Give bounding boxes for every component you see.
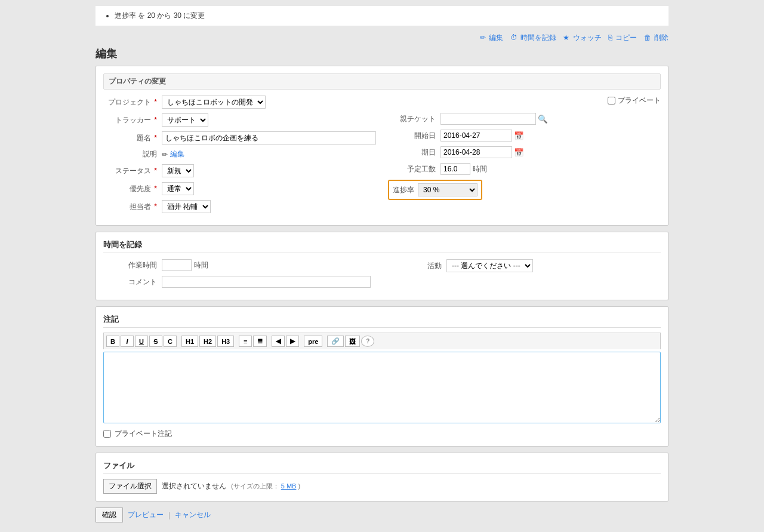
link-button[interactable]: 🔗 <box>327 336 344 347</box>
start-date-calendar-button[interactable]: 📅 <box>514 131 524 140</box>
comment-input[interactable] <box>162 276 371 288</box>
align-left-button[interactable]: ◀ <box>272 336 285 347</box>
align-right-button[interactable]: ▶ <box>286 336 299 347</box>
h1-button[interactable]: H1 <box>181 336 198 347</box>
estimated-hours-input[interactable] <box>440 163 470 175</box>
due-date-input[interactable] <box>440 146 512 158</box>
copy-icon <box>608 33 612 42</box>
notes-textarea[interactable] <box>103 352 661 423</box>
start-date-input[interactable] <box>440 130 512 142</box>
private-label: プライベート <box>618 96 661 106</box>
notes-section-title: 注記 <box>103 314 661 328</box>
private-note-row: プライベート注記 <box>103 429 661 439</box>
work-hours-label: 作業時間 <box>103 260 157 270</box>
italic-button[interactable]: I <box>121 336 134 347</box>
time-record-panel: 時間を記録 作業時間 時間 コメント 活動 --- 選んでください --- <box>96 232 668 300</box>
work-hours-unit: 時間 <box>194 260 208 270</box>
due-date-label: 期日 <box>388 147 436 158</box>
subject-input[interactable] <box>162 131 376 144</box>
time-record-link[interactable]: 時間を記録 <box>510 33 559 42</box>
progress-row: 進捗率 30 % 0 % 10 % 20 % 40 % 50 % 60 % 70… <box>388 180 661 200</box>
private-row: プライベート <box>388 96 661 106</box>
image-button[interactable]: 🖼 <box>345 336 360 347</box>
description-edit-link[interactable]: 編集 <box>170 149 184 159</box>
copy-link[interactable]: コピー <box>608 33 639 42</box>
tracker-row: トラッカー * サポート <box>103 113 376 127</box>
subject-row: 題名 * <box>103 131 376 144</box>
preview-link[interactable]: プレビュー <box>128 510 164 520</box>
files-section-title: ファイル <box>103 460 661 474</box>
watch-link[interactable]: ウォッチ <box>563 33 603 42</box>
parent-ticket-search-button[interactable]: 🔍 <box>538 115 548 124</box>
time-left: 作業時間 時間 コメント <box>103 259 376 293</box>
edit-icon <box>480 33 486 42</box>
tracker-label: トラッカー * <box>103 115 157 125</box>
form-right: プライベート 親チケット 🔍 開始日 <box>388 96 661 218</box>
edit-link[interactable]: 編集 <box>480 33 506 42</box>
action-toolbar: 編集 時間を記録 ウォッチ コピー 削除 <box>96 30 668 47</box>
calendar-icon-2: 📅 <box>514 148 524 157</box>
h2-button[interactable]: H2 <box>199 336 216 347</box>
activity-label: 活動 <box>388 261 442 271</box>
progress-select[interactable]: 30 % 0 % 10 % 20 % 40 % 50 % 60 % 70 % 8… <box>418 183 478 196</box>
assignee-select[interactable]: 酒井 祐輔 <box>162 200 211 213</box>
private-checkbox[interactable] <box>608 97 615 104</box>
assignee-label: 担当者 * <box>103 202 157 212</box>
parent-ticket-row: 親チケット 🔍 <box>388 113 661 125</box>
cancel-link[interactable]: キャンセル <box>175 510 211 520</box>
project-select[interactable]: しゃちほこロボットの開発 <box>162 96 266 109</box>
priority-select[interactable]: 通常 <box>162 182 194 195</box>
description-label: 説明 <box>103 149 157 159</box>
activity-select[interactable]: --- 選んでください --- <box>446 259 533 272</box>
description-row: 説明 ✏ 編集 <box>103 149 376 159</box>
notes-toolbar: B I U S C H1 H2 H3 ≡ ≣ ◀ ▶ pre 🔗 🖼 ? <box>103 333 661 349</box>
due-date-calendar-button[interactable]: 📅 <box>514 148 524 157</box>
time-right: 活動 --- 選んでください --- <box>388 259 661 293</box>
separator: | <box>168 511 170 519</box>
bold-button[interactable]: B <box>106 336 119 347</box>
tracker-select[interactable]: サポート <box>162 113 208 127</box>
project-label: プロジェクト * <box>103 97 157 107</box>
private-note-label: プライベート注記 <box>115 429 172 439</box>
form-grid: プロジェクト * しゃちほこロボットの開発 トラッカー * サポート <box>103 96 661 218</box>
underline-button[interactable]: U <box>135 336 148 347</box>
delete-link[interactable]: 削除 <box>644 33 668 42</box>
help-button[interactable]: ? <box>361 336 374 347</box>
clock-icon <box>510 33 517 42</box>
confirm-button[interactable]: 確認 <box>96 508 123 522</box>
file-size-note: (サイズの上限： 5 MB ) <box>231 482 300 491</box>
file-size-link[interactable]: 5 MB <box>281 482 297 490</box>
assignee-row: 担当者 * 酒井 祐輔 <box>103 200 376 213</box>
notice-text: 進捗率 を 20 から 30 に変更 <box>115 11 661 21</box>
progress-highlight-box: 進捗率 30 % 0 % 10 % 20 % 40 % 50 % 60 % 70… <box>388 180 482 200</box>
code-button[interactable]: C <box>164 336 177 347</box>
notes-panel: 注記 B I U S C H1 H2 H3 ≡ ≣ ◀ ▶ pre 🔗 🖼 ? <box>96 306 668 447</box>
trash-icon <box>644 33 651 42</box>
calendar-icon: 📅 <box>514 131 524 140</box>
start-date-label: 開始日 <box>388 131 436 141</box>
submit-row: 確認 プレビュー | キャンセル <box>96 508 668 522</box>
project-row: プロジェクト * しゃちほこロボットの開発 <box>103 96 376 109</box>
h3-button[interactable]: H3 <box>217 336 234 347</box>
parent-ticket-input[interactable] <box>440 113 536 125</box>
due-date-row: 期日 📅 <box>388 146 661 158</box>
hours-unit: 時間 <box>473 164 487 174</box>
ol-button[interactable]: ≣ <box>253 336 267 347</box>
file-select-button[interactable]: ファイル選択 <box>103 479 157 494</box>
work-hours-input[interactable] <box>162 259 192 271</box>
private-note-checkbox[interactable] <box>103 430 111 438</box>
start-date-row: 開始日 📅 <box>388 130 661 142</box>
status-row: ステータス * 新規 <box>103 164 376 177</box>
star-icon <box>563 33 569 42</box>
ul-button[interactable]: ≡ <box>239 336 252 347</box>
properties-section-title: プロパティの変更 <box>103 73 661 90</box>
pre-button[interactable]: pre <box>304 336 322 347</box>
strikethrough-button[interactable]: S <box>149 336 162 347</box>
priority-row: 優先度 * 通常 <box>103 182 376 195</box>
search-icon: 🔍 <box>538 115 548 124</box>
main-form-panel: プロパティの変更 プロジェクト * しゃちほこロボットの開発 <box>96 66 668 226</box>
top-notice: 進捗率 を 20 から 30 に変更 <box>96 6 668 26</box>
file-row: ファイル選択 選択されていません (サイズの上限： 5 MB ) <box>103 479 661 494</box>
status-select[interactable]: 新規 <box>162 164 194 177</box>
progress-label: 進捗率 <box>393 185 414 195</box>
